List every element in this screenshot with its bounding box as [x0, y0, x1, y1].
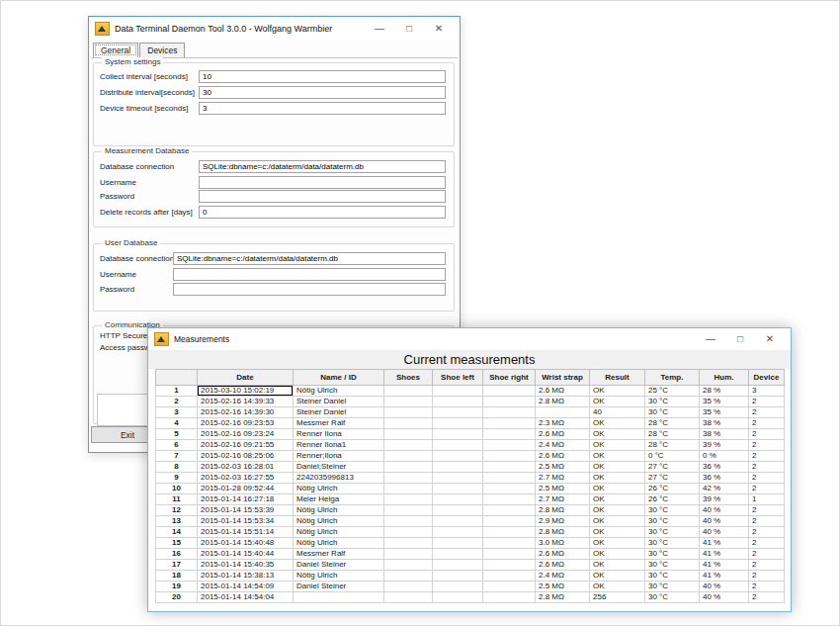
cell-shoes[interactable] — [384, 538, 433, 549]
cell-device[interactable]: 3 — [749, 386, 785, 397]
cell-shoes[interactable] — [384, 451, 433, 462]
cell-date[interactable]: 2015-02-16 14:39:33 — [198, 397, 294, 407]
cell-shoe-left[interactable] — [433, 429, 483, 440]
cell-result[interactable]: OK — [590, 549, 645, 560]
udb-connection-field[interactable] — [173, 252, 446, 265]
cell-result[interactable]: OK — [590, 473, 645, 484]
cell-wrist-strap[interactable]: 2.8 MΩ — [536, 592, 590, 603]
cell-date[interactable]: 2015-02-16 09:21:55 — [198, 440, 294, 451]
cell-date[interactable]: 2015-02-03 16:27:55 — [198, 473, 294, 484]
cell-wrist-strap[interactable]: 2.6 MΩ — [536, 386, 590, 397]
cell-result[interactable]: OK — [590, 451, 645, 462]
cell-shoe-left[interactable] — [433, 527, 483, 538]
cell-result[interactable]: OK — [590, 538, 645, 549]
cell-hum[interactable]: 40 % — [700, 516, 749, 527]
cell-device[interactable]: 2 — [749, 429, 785, 440]
cell-result[interactable]: OK — [590, 527, 645, 538]
cell-hum[interactable]: 38 % — [700, 429, 749, 440]
measurements-titlebar[interactable]: Measurements — □ ✕ — [148, 328, 791, 350]
cell-result[interactable]: 256 — [590, 592, 645, 603]
cell-hum[interactable]: 40 % — [700, 581, 749, 592]
cell-shoe-right[interactable] — [483, 473, 536, 484]
cell-name[interactable]: Steiner Daniel — [294, 397, 384, 407]
cell-result[interactable]: OK — [590, 440, 645, 451]
mdb-username-field[interactable] — [199, 176, 446, 189]
cell-device[interactable]: 2 — [749, 397, 785, 407]
cell-device[interactable]: 2 — [749, 549, 785, 560]
cell-wrist-strap[interactable]: 2.5 MΩ — [536, 462, 590, 473]
cell-date[interactable]: 2015-03-10 15:02:19 — [198, 386, 294, 397]
mdb-connection-field[interactable] — [199, 160, 446, 173]
cell-shoe-right[interactable] — [483, 560, 536, 571]
cell-name[interactable]: Nötig Ulrich — [294, 484, 384, 494]
cell-name[interactable]: Daniel Steiner — [294, 581, 384, 592]
cell-temp[interactable]: 30 °C — [645, 407, 700, 418]
cell-device[interactable]: 2 — [749, 581, 785, 592]
mdb-delete-after-field[interactable] — [199, 206, 446, 219]
cell-rownum[interactable]: 11 — [156, 494, 198, 505]
cell-temp[interactable]: 28 °C — [645, 429, 700, 440]
cell-result[interactable]: OK — [590, 418, 645, 429]
collect-interval-field[interactable] — [199, 70, 446, 83]
cell-name[interactable]: Daniel;Steiner — [294, 462, 384, 473]
cell-device[interactable]: 2 — [749, 418, 785, 429]
cell-hum[interactable]: 41 % — [700, 538, 749, 549]
cell-date[interactable]: 2015-01-14 15:53:34 — [198, 516, 294, 527]
cell-shoe-right[interactable] — [483, 494, 536, 505]
cell-date[interactable]: 2015-01-28 09:52:44 — [198, 484, 294, 494]
cell-rownum[interactable]: 12 — [156, 505, 198, 516]
cell-shoes[interactable] — [384, 494, 433, 505]
daemon-titlebar[interactable]: Data Terminal Daemon Tool 3.0.0 - Wolfga… — [89, 17, 460, 40]
maximize-icon[interactable]: □ — [394, 17, 424, 40]
cell-name[interactable]: 2242035996813 — [294, 473, 384, 484]
cell-shoe-right[interactable] — [483, 592, 536, 603]
cell-wrist-strap[interactable]: 2.5 MΩ — [536, 484, 590, 494]
cell-shoes[interactable] — [384, 440, 433, 451]
cell-date[interactable]: 2015-01-14 15:40:48 — [198, 538, 294, 549]
cell-device[interactable]: 2 — [749, 527, 785, 538]
cell-shoe-left[interactable] — [433, 462, 483, 473]
cell-shoe-right[interactable] — [483, 429, 536, 440]
cell-hum[interactable]: 41 % — [700, 560, 749, 571]
cell-wrist-strap[interactable]: 2.6 MΩ — [536, 429, 590, 440]
cell-temp[interactable]: 30 °C — [645, 538, 700, 549]
cell-device[interactable]: 2 — [749, 407, 785, 418]
cell-rownum[interactable]: 2 — [156, 397, 198, 407]
cell-wrist-strap[interactable]: 2.5 MΩ — [536, 581, 590, 592]
cell-date[interactable]: 2015-02-16 14:39:30 — [198, 407, 294, 418]
cell-hum[interactable]: 36 % — [700, 473, 749, 484]
cell-shoe-right[interactable] — [483, 527, 536, 538]
cell-name[interactable]: Nötig Ulrich — [294, 386, 384, 397]
cell-wrist-strap[interactable]: 2.4 MΩ — [536, 440, 590, 451]
cell-result[interactable]: OK — [590, 484, 645, 494]
cell-wrist-strap[interactable]: 2.9 MΩ — [536, 516, 590, 527]
cell-shoe-right[interactable] — [483, 397, 536, 407]
cell-name[interactable]: Nötig Ulrich — [294, 505, 384, 516]
cell-date[interactable]: 2015-02-16 08:25:06 — [198, 451, 294, 462]
cell-date[interactable]: 2015-01-14 15:51:14 — [198, 527, 294, 538]
cell-shoe-left[interactable] — [433, 592, 483, 603]
minimize-icon[interactable]: — — [696, 328, 725, 350]
cell-hum[interactable]: 0 % — [700, 451, 749, 462]
cell-shoes[interactable] — [384, 571, 433, 581]
cell-wrist-strap[interactable]: 2.7 MΩ — [536, 494, 590, 505]
cell-shoe-right[interactable] — [483, 418, 536, 429]
cell-shoe-left[interactable] — [433, 571, 483, 581]
cell-shoe-left[interactable] — [433, 538, 483, 549]
cell-rownum[interactable]: 7 — [156, 451, 198, 462]
cell-device[interactable]: 2 — [749, 462, 785, 473]
cell-shoe-right[interactable] — [483, 451, 536, 462]
cell-name[interactable]: Renner Ilona1 — [294, 440, 384, 451]
cell-temp[interactable]: 30 °C — [645, 549, 700, 560]
cell-shoe-right[interactable] — [483, 386, 536, 397]
cell-result[interactable]: OK — [590, 386, 645, 397]
cell-device[interactable]: 1 — [749, 494, 785, 505]
cell-name[interactable]: Meier Helga — [294, 494, 384, 505]
cell-wrist-strap[interactable]: 2.4 MΩ — [536, 571, 590, 581]
column-header-rownum[interactable] — [156, 370, 198, 386]
cell-rownum[interactable]: 14 — [156, 527, 198, 538]
cell-result[interactable]: OK — [590, 571, 645, 581]
cell-rownum[interactable]: 15 — [156, 538, 198, 549]
cell-rownum[interactable]: 3 — [156, 407, 198, 418]
cell-shoes[interactable] — [384, 429, 433, 440]
